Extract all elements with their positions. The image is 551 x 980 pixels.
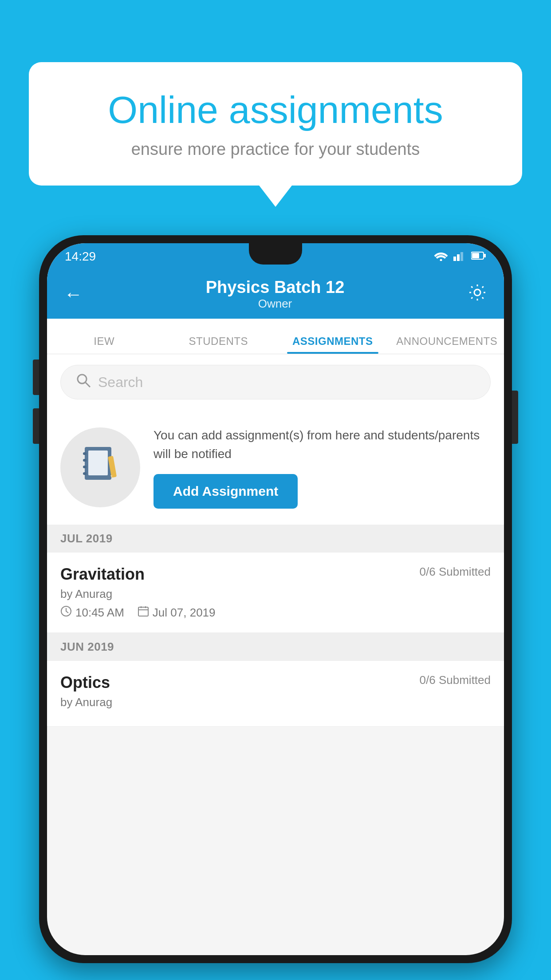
bubble-title: Online assignments bbox=[64, 89, 487, 131]
svg-rect-15 bbox=[88, 450, 108, 475]
add-assignment-button[interactable]: Add Assignment bbox=[153, 474, 298, 509]
section-header-jul: JUL 2019 bbox=[47, 525, 504, 553]
tab-students[interactable]: STUDENTS bbox=[161, 335, 276, 354]
search-container: Search bbox=[47, 354, 504, 410]
assignment-author-gravitation: by Anurag bbox=[60, 587, 491, 601]
phone-outer: 14:29 bbox=[39, 235, 512, 963]
svg-rect-5 bbox=[472, 253, 479, 258]
app-header: ← Physics Batch 12 Owner bbox=[47, 270, 504, 319]
svg-rect-3 bbox=[460, 252, 463, 261]
tab-announcements[interactable]: ANNOUNCEMENTS bbox=[390, 335, 504, 354]
tabs-bar: IEW STUDENTS ASSIGNMENTS ANNOUNCEMENTS bbox=[47, 319, 504, 354]
search-icon bbox=[76, 373, 91, 391]
svg-rect-11 bbox=[83, 452, 87, 455]
promo-icon-wrap bbox=[60, 427, 140, 507]
tab-assignments[interactable]: ASSIGNMENTS bbox=[276, 335, 390, 354]
assignment-time: 10:45 AM bbox=[75, 606, 124, 620]
header-title: Physics Batch 12 bbox=[206, 278, 345, 297]
back-button[interactable]: ← bbox=[64, 284, 83, 305]
assignment-author-optics: by Anurag bbox=[60, 695, 491, 709]
header-center: Physics Batch 12 Owner bbox=[206, 278, 345, 311]
assignment-row-top: Gravitation 0/6 Submitted bbox=[60, 565, 491, 584]
header-subtitle: Owner bbox=[206, 297, 345, 311]
search-bar[interactable]: Search bbox=[60, 365, 491, 399]
assignment-status-optics: 0/6 Submitted bbox=[420, 673, 491, 687]
section-label-jul: JUL 2019 bbox=[60, 532, 113, 545]
wifi-icon bbox=[434, 250, 448, 263]
speech-bubble-container: Online assignments ensure more practice … bbox=[29, 62, 522, 186]
svg-rect-14 bbox=[83, 472, 87, 475]
assignment-status-gravitation: 0/6 Submitted bbox=[420, 565, 491, 579]
assignment-item-gravitation[interactable]: Gravitation 0/6 Submitted by Anurag bbox=[47, 553, 504, 633]
svg-point-0 bbox=[440, 259, 442, 261]
svg-rect-19 bbox=[138, 607, 148, 616]
status-icons bbox=[434, 250, 486, 263]
assignment-meta-gravitation: 10:45 AM Jul 07, 201 bbox=[60, 605, 491, 620]
signal-icon bbox=[453, 250, 466, 263]
assignment-item-optics[interactable]: Optics 0/6 Submitted by Anurag bbox=[47, 661, 504, 727]
power-button bbox=[512, 391, 518, 444]
speech-bubble: Online assignments ensure more practice … bbox=[29, 62, 522, 186]
svg-line-9 bbox=[86, 383, 90, 387]
svg-rect-6 bbox=[484, 254, 486, 257]
svg-rect-12 bbox=[83, 459, 87, 462]
bubble-subtitle: ensure more practice for your students bbox=[64, 140, 487, 159]
status-time: 14:29 bbox=[65, 249, 96, 264]
calendar-icon bbox=[138, 605, 149, 620]
section-label-jun: JUN 2019 bbox=[60, 640, 114, 653]
svg-rect-13 bbox=[83, 466, 87, 468]
phone-notch bbox=[249, 243, 302, 265]
meta-date: Jul 07, 2019 bbox=[138, 605, 216, 620]
search-placeholder: Search bbox=[98, 374, 143, 391]
phone-screen: 14:29 bbox=[47, 243, 504, 955]
volume-up-button bbox=[33, 360, 39, 395]
promo-description: You can add assignment(s) from here and … bbox=[153, 426, 491, 463]
svg-rect-2 bbox=[457, 254, 460, 261]
assignment-row-top-optics: Optics 0/6 Submitted bbox=[60, 673, 491, 692]
settings-icon[interactable] bbox=[468, 283, 487, 306]
assignment-date: Jul 07, 2019 bbox=[153, 606, 216, 620]
assignment-name-gravitation: Gravitation bbox=[60, 565, 145, 584]
promo-content: You can add assignment(s) from here and … bbox=[153, 426, 491, 509]
meta-time: 10:45 AM bbox=[60, 605, 124, 620]
svg-rect-1 bbox=[453, 257, 456, 261]
notebook-icon bbox=[80, 443, 120, 492]
promo-section: You can add assignment(s) from here and … bbox=[47, 410, 504, 525]
volume-down-button bbox=[33, 408, 39, 444]
tab-iew[interactable]: IEW bbox=[47, 335, 161, 354]
clock-icon bbox=[60, 605, 72, 620]
assignment-name-optics: Optics bbox=[60, 673, 110, 692]
phone-container: 14:29 bbox=[39, 235, 512, 963]
svg-point-8 bbox=[78, 375, 87, 383]
section-header-jun: JUN 2019 bbox=[47, 633, 504, 661]
battery-icon bbox=[471, 251, 486, 262]
svg-point-7 bbox=[474, 289, 480, 296]
screen-content: ← Physics Batch 12 Owner bbox=[47, 270, 504, 955]
